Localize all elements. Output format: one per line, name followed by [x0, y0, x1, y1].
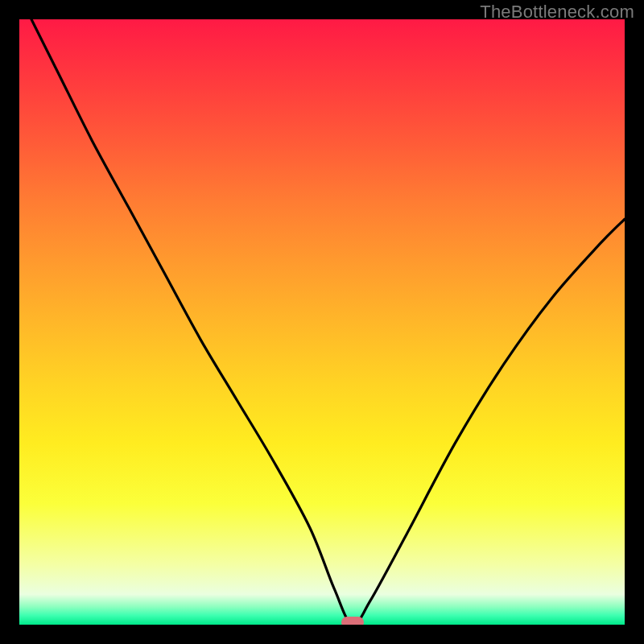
- bottleneck-curve: [19, 19, 625, 625]
- plot-area: [19, 19, 625, 625]
- watermark-text: TheBottleneck.com: [480, 2, 634, 23]
- optimum-pill: [341, 617, 364, 625]
- chart-stage: TheBottleneck.com: [0, 0, 644, 644]
